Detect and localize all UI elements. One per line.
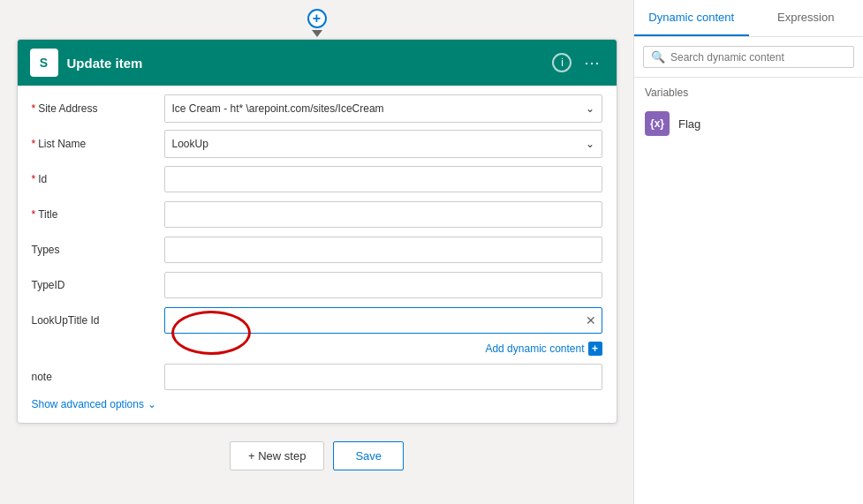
- required-asterisk: *: [32, 102, 36, 115]
- save-button[interactable]: Save: [333, 441, 404, 470]
- dynamic-content-row: Add dynamic content +: [32, 342, 602, 356]
- lookup-title-input[interactable]: 14: [170, 314, 586, 327]
- update-item-card: S Update item i ··· *Site Address Ice Cr…: [17, 39, 617, 424]
- types-label: Types: [32, 244, 164, 256]
- card-info-button[interactable]: i: [552, 53, 572, 72]
- list-name-select[interactable]: LookUp ⌄: [164, 130, 602, 158]
- required-asterisk-4: *: [32, 208, 36, 221]
- right-panel: Dynamic content Expression 🔍 Variables {…: [633, 0, 863, 504]
- id-input[interactable]: 1: [164, 166, 602, 192]
- lookup-title-row: LookUpTitle Id 14 ✕: [32, 306, 602, 335]
- lookup-title-label: LookUpTitle Id: [32, 314, 164, 327]
- new-step-button[interactable]: + New step: [230, 441, 324, 470]
- lookup-input-wrapper: 14 ✕: [164, 307, 602, 334]
- tab-dynamic-content[interactable]: Dynamic content: [634, 0, 749, 36]
- list-name-chevron: ⌄: [586, 138, 594, 150]
- site-address-label: *Site Address: [32, 102, 164, 115]
- id-row: *Id 1: [32, 165, 602, 193]
- panel-search-area: 🔍: [634, 37, 863, 78]
- typeid-row: TypeID: [32, 271, 602, 299]
- show-advanced-chevron-icon: ⌄: [148, 398, 156, 410]
- add-dynamic-content-button[interactable]: Add dynamic content +: [485, 342, 602, 356]
- add-dynamic-icon: +: [588, 342, 602, 356]
- site-address-row: *Site Address Ice Cream - ht* \arepoint.…: [32, 94, 602, 123]
- main-area: + S Update item i ··· *Site Address: [0, 0, 863, 504]
- id-label: *Id: [32, 173, 164, 185]
- list-name-row: *List Name LookUp ⌄: [32, 130, 602, 158]
- site-address-select[interactable]: Ice Cream - ht* \arepoint.com/sites/IceC…: [164, 94, 602, 123]
- panel-tabs: Dynamic content Expression: [634, 0, 863, 37]
- note-input[interactable]: [164, 364, 602, 390]
- site-address-value: Ice Cream - ht* \arepoint.com/sites/IceC…: [172, 102, 384, 115]
- typeid-input[interactable]: [164, 272, 602, 298]
- site-address-chevron: ⌄: [586, 102, 594, 115]
- search-icon: 🔍: [651, 50, 665, 64]
- flow-area: + S Update item i ··· *Site Address: [0, 0, 633, 504]
- tab-expression[interactable]: Expression: [749, 0, 864, 36]
- card-title: Update item: [67, 56, 544, 71]
- title-label: *Title: [32, 208, 164, 221]
- search-box: 🔍: [643, 46, 854, 68]
- add-connector: +: [307, 9, 327, 37]
- add-dynamic-label: Add dynamic content: [485, 342, 584, 355]
- search-dynamic-input[interactable]: [670, 51, 846, 64]
- variables-section-label: Variables: [634, 78, 863, 104]
- show-advanced-button[interactable]: Show advanced options ⌄: [32, 398, 602, 410]
- required-asterisk-2: *: [32, 138, 36, 150]
- card-sharepoint-icon: S: [30, 49, 58, 77]
- title-input[interactable]: 1: [164, 201, 602, 228]
- flag-variable-icon: {x}: [645, 111, 670, 136]
- lookup-field-container: 14 ✕: [164, 307, 602, 334]
- flag-variable-label: Flag: [678, 117, 700, 131]
- title-row: *Title 1: [32, 200, 602, 229]
- list-name-label: *List Name: [32, 138, 164, 150]
- connector-arrow: [312, 30, 322, 37]
- list-name-value: LookUp: [172, 138, 208, 150]
- bottom-actions: + New step Save: [230, 441, 404, 470]
- card-header: S Update item i ···: [18, 40, 617, 86]
- types-input[interactable]: [164, 237, 602, 263]
- types-row: Types: [32, 236, 602, 264]
- required-asterisk-3: *: [32, 173, 36, 185]
- note-row: note: [32, 363, 602, 391]
- panel-item-flag[interactable]: {x} Flag: [634, 104, 863, 143]
- card-more-button[interactable]: ···: [580, 54, 603, 72]
- show-advanced-label: Show advanced options: [32, 398, 144, 410]
- card-body: *Site Address Ice Cream - ht* \arepoint.…: [18, 86, 617, 423]
- lookup-clear-button[interactable]: ✕: [586, 313, 596, 327]
- typeid-label: TypeID: [32, 279, 164, 291]
- add-step-circle[interactable]: +: [307, 9, 327, 28]
- note-label: note: [32, 371, 164, 383]
